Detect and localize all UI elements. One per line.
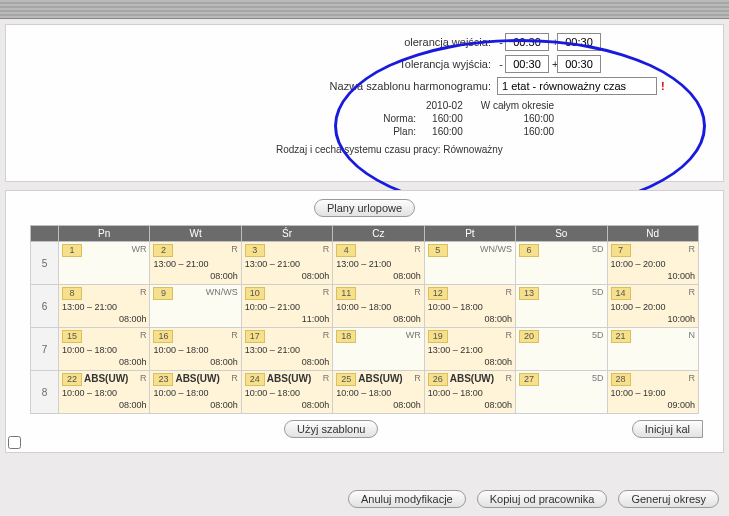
day-number: 23 [153,373,173,386]
day-cell[interactable]: 25ABS(UW)R10:00 – 18:0008:00h [333,371,424,414]
day-cell[interactable]: 17R13:00 – 21:0008:00h [241,328,332,371]
work-system-value: Równoważny [443,144,502,155]
shift-time: 13:00 – 21:00 [336,259,420,269]
day-header: Cz [333,226,424,242]
day-tag: R [414,244,421,254]
day-number: 24 [245,373,265,386]
day-cell[interactable]: 12R10:00 – 18:0008:00h [424,285,515,328]
use-template-button[interactable]: Użyj szablonu [284,420,378,438]
day-cell[interactable]: 18WR [333,328,424,371]
shift-time: 10:00 – 18:00 [336,302,420,312]
day-number: 12 [428,287,448,300]
day-number: 25 [336,373,356,386]
tolerance-in-label: olerancja wejścia: [296,36,497,48]
day-number: 15 [62,330,82,343]
day-cell[interactable]: 135D [516,285,607,328]
day-header: Wt [150,226,241,242]
day-cell[interactable]: 9WN/WS [150,285,241,328]
day-cell[interactable]: 21N [607,328,698,371]
day-cell[interactable]: 3R13:00 – 21:0008:00h [241,242,332,285]
tolerance-out-plus-field[interactable] [557,55,601,73]
day-tag: R [140,373,147,383]
shift-time: 10:00 – 19:00 [611,388,695,398]
generate-periods-button[interactable]: Generuj okresy [618,490,719,508]
day-number: 8 [62,287,82,300]
day-cell[interactable]: 4R13:00 – 21:0008:00h [333,242,424,285]
day-number: 4 [336,244,356,257]
day-tag: R [506,287,513,297]
day-tag: R [689,373,696,383]
shift-time: 10:00 – 18:00 [62,388,146,398]
shift-duration: 11:00h [245,314,329,324]
tolerance-in-plus-field[interactable] [557,33,601,51]
plus-sign: + [549,58,557,70]
day-tag: 5D [592,287,604,297]
day-tag: R [689,244,696,254]
shift-duration: 08:00h [62,314,146,324]
shift-time: 10:00 – 18:00 [153,345,237,355]
day-header: Pt [424,226,515,242]
day-tag: R [231,244,238,254]
day-number: 3 [245,244,265,257]
week-number: 7 [31,328,59,371]
day-cell[interactable]: 16R10:00 – 18:0008:00h [150,328,241,371]
day-number: 1 [62,244,82,257]
day-tag: R [506,330,513,340]
cancel-modifications-button[interactable]: Anuluj modyfikacje [348,490,466,508]
shift-duration: 08:00h [245,357,329,367]
day-cell[interactable]: 26ABS(UW)R10:00 – 18:0008:00h [424,371,515,414]
day-tag: WN/WS [480,244,512,254]
day-cell[interactable]: 11R10:00 – 18:0008:00h [333,285,424,328]
panel-checkbox[interactable] [8,436,21,449]
day-cell[interactable]: 22ABS(UW)R10:00 – 18:0008:00h [59,371,150,414]
day-cell[interactable]: 28R10:00 – 19:0009:00h [607,371,698,414]
day-cell[interactable]: 5WN/WS [424,242,515,285]
day-cell[interactable]: 23ABS(UW)R10:00 – 18:0008:00h [150,371,241,414]
shift-duration: 10:00h [611,271,695,281]
day-tag: R [140,287,147,297]
day-number: 27 [519,373,539,386]
day-cell[interactable]: 24ABS(UW)R10:00 – 18:0008:00h [241,371,332,414]
shift-time: 13:00 – 21:00 [153,259,237,269]
day-header: Pn [59,226,150,242]
day-header: Nd [607,226,698,242]
day-tag: R [414,373,421,383]
day-cell[interactable]: 7R10:00 – 20:0010:00h [607,242,698,285]
day-cell[interactable]: 65D [516,242,607,285]
copy-from-employee-button[interactable]: Kopiuj od pracownika [477,490,608,508]
shift-duration: 08:00h [336,314,420,324]
tolerance-in-minus-field[interactable] [505,33,549,51]
day-cell[interactable]: 15R10:00 – 18:0008:00h [59,328,150,371]
day-cell[interactable]: 205D [516,328,607,371]
vacation-plans-button[interactable]: Plany urlopowe [314,199,415,217]
day-cell[interactable]: 275D [516,371,607,414]
settings-panel: olerancja wejścia: - + Tolerancja wyjści… [5,24,724,182]
day-cell[interactable]: 19R13:00 – 21:0008:00h [424,328,515,371]
day-number: 7 [611,244,631,257]
day-cell[interactable]: 1WR [59,242,150,285]
schedule-panel: Plany urlopowe PnWtŚrCzPtSoNd 51WR2R13:0… [5,190,724,453]
shift-duration: 08:00h [62,357,146,367]
day-number: 10 [245,287,265,300]
shift-time: 10:00 – 18:00 [153,388,237,398]
shift-duration: 08:00h [336,271,420,281]
day-cell[interactable]: 10R10:00 – 21:0011:00h [241,285,332,328]
template-name-field[interactable] [497,77,657,95]
day-tag: R [323,287,330,297]
init-calendar-button[interactable]: Inicjuj kal [632,420,703,438]
shift-duration: 09:00h [611,400,695,410]
shift-duration: 08:00h [336,400,420,410]
absence-badge: ABS(UW) [267,373,311,384]
day-cell[interactable]: 8R13:00 – 21:0008:00h [59,285,150,328]
tolerance-out-minus-field[interactable] [505,55,549,73]
day-cell[interactable]: 14R10:00 – 20:0010:00h [607,285,698,328]
minus-sign: - [497,58,505,70]
day-number: 22 [62,373,82,386]
day-tag: 5D [592,373,604,383]
day-tag: WN/WS [206,287,238,297]
shift-time: 10:00 – 18:00 [245,388,329,398]
day-cell[interactable]: 2R13:00 – 21:0008:00h [150,242,241,285]
shift-duration: 08:00h [153,271,237,281]
shift-duration: 08:00h [245,271,329,281]
shift-time: 13:00 – 21:00 [245,259,329,269]
